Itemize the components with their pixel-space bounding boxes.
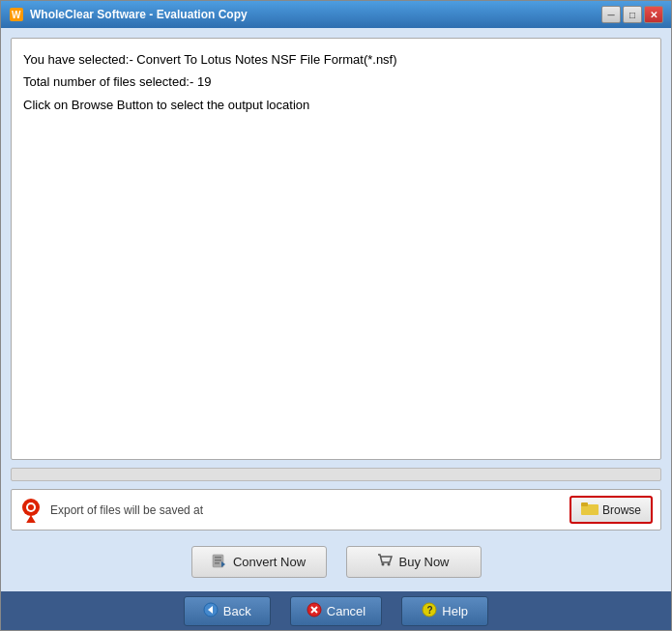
svg-point-5 [28, 504, 34, 510]
main-content: You have selected:- Convert To Lotus Not… [1, 28, 671, 591]
svg-point-15 [388, 563, 391, 566]
convert-now-label: Convert Now [233, 555, 306, 569]
info-line-2: Total number of files selected:- 19 [23, 71, 649, 93]
svg-rect-11 [215, 559, 221, 561]
window-controls: ─ □ ✕ [601, 6, 663, 23]
location-icon [19, 499, 43, 522]
browse-row: Export of files will be saved at Browse [11, 489, 661, 531]
convert-now-button[interactable]: Convert Now [191, 546, 327, 578]
title-bar: W WholeClear Software - Evaluation Copy … [1, 1, 671, 28]
cancel-button[interactable]: Cancel [290, 596, 382, 626]
svg-rect-8 [581, 502, 588, 506]
svg-marker-4 [25, 515, 37, 523]
convert-icon [212, 553, 227, 571]
svg-rect-12 [215, 562, 219, 564]
main-window: W WholeClear Software - Evaluation Copy … [0, 0, 672, 631]
info-text-area: You have selected:- Convert To Lotus Not… [11, 38, 661, 460]
browse-button[interactable]: Browse [570, 496, 653, 524]
progress-bar [11, 468, 661, 481]
minimize-button[interactable]: ─ [601, 6, 621, 23]
footer-nav: Back Cancel ? Help [1, 591, 671, 630]
window-title: WholeClear Software - Evaluation Copy [30, 8, 601, 21]
back-label: Back [223, 604, 251, 618]
svg-rect-10 [215, 557, 221, 559]
maximize-button[interactable]: □ [623, 6, 642, 23]
cart-icon [377, 553, 393, 571]
help-button[interactable]: ? Help [401, 596, 488, 626]
browse-button-label: Browse [602, 503, 641, 517]
progress-section [11, 468, 661, 481]
cancel-label: Cancel [327, 604, 365, 618]
svg-text:W: W [12, 10, 21, 20]
info-line-3: Click on Browse Button to select the out… [23, 94, 649, 116]
help-icon: ? [422, 602, 437, 620]
info-line-1: You have selected:- Convert To Lotus Not… [23, 48, 649, 71]
bottom-buttons: Convert Now Buy Now [11, 538, 661, 582]
svg-point-14 [382, 563, 385, 566]
cancel-icon [307, 602, 322, 620]
help-label: Help [442, 604, 468, 618]
browse-label: Export of files will be saved at [50, 503, 562, 517]
buy-now-label: Buy Now [398, 555, 449, 569]
back-icon [203, 602, 219, 620]
close-button[interactable]: ✕ [644, 6, 663, 23]
app-icon: W [9, 7, 24, 22]
svg-text:?: ? [427, 605, 433, 616]
buy-now-button[interactable]: Buy Now [346, 546, 482, 578]
back-button[interactable]: Back [184, 596, 271, 626]
folder-icon [581, 502, 599, 518]
